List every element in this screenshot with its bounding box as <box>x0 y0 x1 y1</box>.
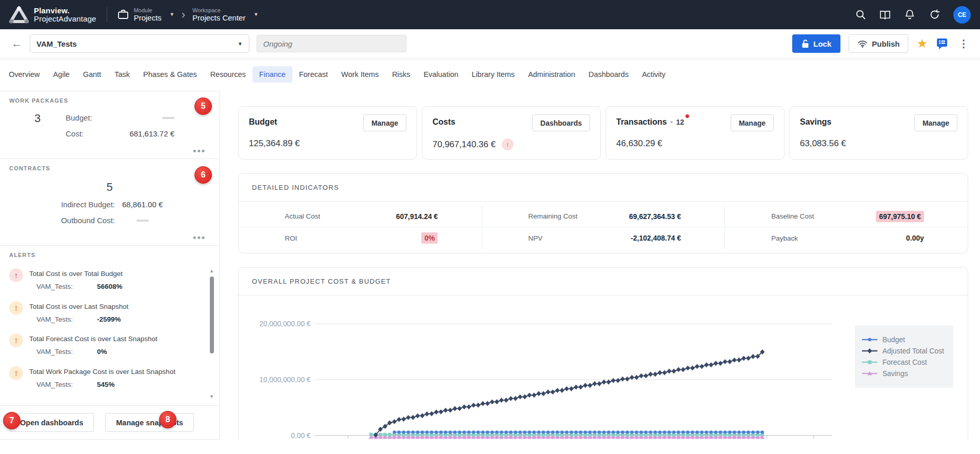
legend-item-savings[interactable]: Savings <box>862 369 944 378</box>
legend-marker-icon <box>862 359 877 365</box>
tab-gantt[interactable]: Gantt <box>76 66 108 83</box>
contracts-menu-icon[interactable]: ••• <box>9 232 210 241</box>
unlock-icon <box>801 40 809 48</box>
status-field[interactable]: Ongoing <box>257 35 406 52</box>
user-avatar[interactable]: CE <box>953 6 971 24</box>
project-header: ← VAM_Tests ▼ Ongoing Lock Publish ★ ⋮ <box>0 29 980 58</box>
alert-entity: VAM_Tests: <box>36 381 97 389</box>
wp-cost-label: Cost: <box>66 129 84 138</box>
alert-up-arrow-icon: ↑ <box>9 268 23 282</box>
legend-item-budget[interactable]: Budget <box>862 335 944 344</box>
indicator-value: 607,914.24 € <box>396 212 438 221</box>
documentation-book-icon[interactable] <box>879 9 891 21</box>
scrollbar-up-arrow[interactable]: ▲ <box>209 268 214 273</box>
tab-phases-gates[interactable]: Phases & Gates <box>136 66 204 83</box>
tab-resources[interactable]: Resources <box>204 66 252 83</box>
scrollbar-down-arrow[interactable]: ▼ <box>209 394 214 399</box>
tab-task[interactable]: Task <box>108 66 136 83</box>
contracts-badge: 6 <box>194 166 212 184</box>
refresh-icon[interactable] <box>929 9 940 21</box>
transactions-card-value: 46,630.29 € <box>616 139 774 149</box>
alert-value: -2599% <box>97 316 121 324</box>
project-select[interactable]: VAM_Tests ▼ <box>30 34 249 53</box>
tab-evaluation[interactable]: Evaluation <box>417 66 465 83</box>
planview-triangle-icon <box>9 6 29 24</box>
legend-label: Budget <box>883 335 905 344</box>
budget-manage-button[interactable]: Manage <box>363 114 406 131</box>
workspace-value: Projects Center <box>192 13 245 22</box>
briefcase-icon <box>117 9 129 19</box>
indicator-value: 0.00y <box>906 234 924 242</box>
lock-button[interactable]: Lock <box>792 34 840 53</box>
tab-administration[interactable]: Administration <box>521 66 582 83</box>
favorite-star-icon[interactable]: ★ <box>916 36 928 51</box>
alert-title: Total Work Package Cost is over Last Sna… <box>29 368 175 376</box>
scrollbar-thumb[interactable] <box>210 277 214 353</box>
tab-library-items[interactable]: Library Items <box>465 66 521 83</box>
top-navbar: Planview. ProjectAdvantage Module Projec… <box>0 0 980 29</box>
more-options-kebab-icon[interactable]: ⋮ <box>956 37 971 50</box>
tab-finance[interactable]: Finance <box>252 66 292 83</box>
legend-marker-icon <box>862 348 877 354</box>
separator-dot <box>671 121 673 123</box>
transactions-notification-dot <box>685 114 689 118</box>
tab-dashboards[interactable]: Dashboards <box>582 66 635 83</box>
savings-card: Savings Manage 63,083.56 € <box>789 106 968 160</box>
wp-cost-value: 681,613.72 € <box>129 129 174 138</box>
contracts-outbound-empty-dash <box>136 220 149 222</box>
alert-warning-icon: ! <box>9 333 23 347</box>
legend-item-forecast-cost[interactable]: Forecast Cost <box>862 358 944 366</box>
search-icon[interactable] <box>855 9 866 21</box>
tab-activity[interactable]: Activity <box>635 66 672 83</box>
tab-work-items[interactable]: Work Items <box>335 66 385 83</box>
tab-overview[interactable]: Overview <box>2 66 46 83</box>
publish-button[interactable]: Publish <box>849 34 908 53</box>
indicator-label: Baseline Cost <box>771 212 814 220</box>
open-dashboards-button[interactable]: Open dashboards <box>9 413 94 432</box>
transactions-card-title: Transactions <box>616 117 667 127</box>
alert-entity: VAM_Tests: <box>36 348 97 356</box>
contracts-count: 5 <box>9 181 210 194</box>
workspace-selector[interactable]: Workspace Projects Center ▼ <box>192 7 258 23</box>
tab-agile[interactable]: Agile <box>46 66 76 83</box>
alert-title: Total Forecast Cost is over Last Snapsho… <box>29 335 158 343</box>
alert-item[interactable]: ! Total Work Package Cost is over Last S… <box>9 366 210 389</box>
indicator-label: NPV <box>528 234 542 242</box>
chevron-down-icon: ▼ <box>238 41 243 47</box>
legend-label: Forecast Cost <box>883 358 927 366</box>
back-arrow-icon[interactable]: ← <box>11 37 23 50</box>
manage-snapshots-button[interactable]: Manage snapshots <box>105 413 194 432</box>
alert-item[interactable]: ! Total Forecast Cost is over Last Snaps… <box>9 333 210 356</box>
svg-text:0.00 €: 0.00 € <box>291 431 311 440</box>
comments-icon[interactable] <box>936 37 948 50</box>
savings-manage-button[interactable]: Manage <box>914 114 957 131</box>
navbar-divider <box>107 7 107 23</box>
brand-line2: ProjectAdvantage <box>34 15 96 23</box>
work-packages-badge: 5 <box>194 97 212 115</box>
chart-panel-title: OVERALL PROJECT COST & BUDGET <box>239 268 968 295</box>
publish-wifi-icon <box>857 40 868 48</box>
costs-card-title: Costs <box>433 114 455 127</box>
contracts-section: CONTRACTS 6 5 Indirect Budget: 68,861.00… <box>0 159 219 246</box>
transactions-count: 12 <box>676 118 684 126</box>
project-name: VAM_Tests <box>36 40 77 48</box>
transactions-manage-button[interactable]: Manage <box>731 114 774 131</box>
alert-value: 56608% <box>97 283 123 291</box>
legend-item-adjusted-total-cost[interactable]: Adjusted Total Cost <box>862 347 944 355</box>
tab-risks[interactable]: Risks <box>385 66 417 83</box>
module-selector[interactable]: Module Projects ▼ <box>117 7 174 23</box>
chevron-down-icon: ▼ <box>170 12 174 17</box>
work-packages-menu-icon[interactable]: ••• <box>9 145 210 154</box>
tab-forecast[interactable]: Forecast <box>292 66 335 83</box>
alert-item[interactable]: ! Total Cost is over Last Snapshot VAM_T… <box>9 301 210 324</box>
costs-dashboards-button[interactable]: Dashboards <box>532 114 590 131</box>
summary-cards-row: Budget Manage 125,364.89 € Costs Dashboa… <box>238 106 968 160</box>
legend-label: Savings <box>883 369 908 378</box>
notifications-bell-icon[interactable] <box>904 9 915 21</box>
cost-trend-up-icon: ↑ <box>502 139 514 150</box>
budget-card-title: Budget <box>249 114 277 127</box>
alert-item[interactable]: ↑ Total Cost is over Total Budget VAM_Te… <box>9 268 210 291</box>
detailed-indicators-panel: DETAILED INDICATORS Actual Cost 607,914.… <box>238 173 968 253</box>
indicator-label: ROI <box>285 234 297 242</box>
module-label: Module <box>134 7 162 14</box>
